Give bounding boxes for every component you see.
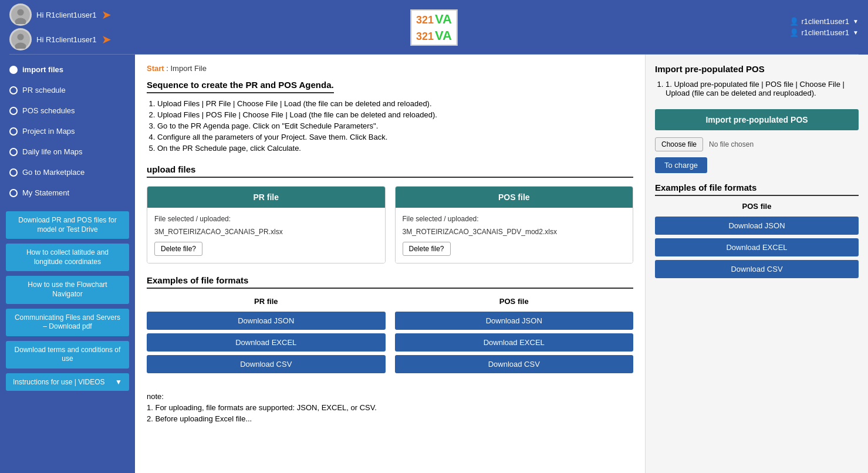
sequence-section: Sequence to create the PR and POS Agenda… bbox=[147, 80, 633, 164]
sidebar-item-import-files[interactable]: import files bbox=[0, 59, 135, 80]
pr-file-label: File selected / uploaded: bbox=[154, 215, 378, 223]
examples-title: Examples of file formats bbox=[147, 275, 633, 289]
pr-delete-btn[interactable]: Delete file? bbox=[154, 242, 202, 256]
btn-terms[interactable]: Download terms and conditions of use bbox=[6, 341, 129, 369]
nav-circle-7 bbox=[9, 189, 18, 197]
user-greeting-2: Hi R1client1user1 bbox=[36, 35, 97, 44]
username-display-2[interactable]: r1client1user1 bbox=[801, 28, 849, 37]
to-charge-btn[interactable]: To charge bbox=[655, 157, 707, 173]
svg-point-4 bbox=[17, 33, 23, 40]
caret-videos: ▼ bbox=[115, 378, 122, 386]
upload-title: upload files bbox=[147, 164, 633, 178]
right-pos-subtitle: POS file bbox=[655, 202, 859, 211]
nav-circle-1 bbox=[9, 66, 18, 74]
pos-delete-btn[interactable]: Delete file? bbox=[403, 242, 451, 256]
step-4: Configure all the parameters of your Pro… bbox=[157, 133, 633, 141]
breadcrumb-current: Import File bbox=[170, 64, 206, 73]
nav-circle-6 bbox=[9, 168, 18, 177]
main-content: Start : Import File Sequence to create t… bbox=[135, 55, 645, 473]
pr-download-csv[interactable]: Download CSV bbox=[147, 355, 386, 373]
logo-va: VA bbox=[435, 12, 452, 27]
sidebar-label-pos-schedules: POS schedules bbox=[22, 106, 75, 115]
user-icon-1: 👤 bbox=[789, 17, 799, 26]
logo: 321 VA 321 VA bbox=[410, 9, 458, 46]
step-1: Upload Files | PR File | Choose File | L… bbox=[157, 99, 633, 108]
sidebar: import files PR schedule POS schedules P… bbox=[0, 55, 135, 473]
logo-321: 321 bbox=[416, 14, 434, 26]
pr-examples-card: PR file Download JSON Download EXCEL Dow… bbox=[147, 297, 386, 377]
breadcrumb: Start : Import File bbox=[147, 64, 633, 73]
pr-examples-subtitle: PR file bbox=[147, 297, 386, 306]
right-instructions-list: 1. Upload pre-populated file | POS file … bbox=[655, 80, 859, 97]
sidebar-item-project-maps[interactable]: Project in Maps bbox=[0, 121, 135, 141]
pr-upload-card: PR file File selected / uploaded: 3M_ROT… bbox=[147, 186, 386, 263]
pos-download-json[interactable]: Download JSON bbox=[395, 312, 634, 330]
step-5: On the PR Schedule page, click Calculate… bbox=[157, 144, 633, 153]
right-pos-download-csv[interactable]: Download CSV bbox=[655, 260, 859, 278]
sidebar-item-marketplace[interactable]: Go to Marketplace bbox=[0, 162, 135, 183]
examples-cards: PR file Download JSON Download EXCEL Dow… bbox=[147, 297, 633, 377]
nav-circle-5 bbox=[9, 148, 18, 156]
right-examples-title: Examples of file formats bbox=[655, 183, 859, 196]
btn-download-pr-pos[interactable]: Download PR and POS files for model or T… bbox=[6, 211, 129, 239]
arrow-icon-1: ➤ bbox=[102, 8, 112, 22]
right-pos-download-excel[interactable]: Download EXCEL bbox=[655, 238, 859, 256]
right-pos-download-json[interactable]: Download JSON bbox=[655, 217, 859, 235]
pr-download-json[interactable]: Download JSON bbox=[147, 312, 386, 330]
sidebar-item-pos-schedules[interactable]: POS schedules bbox=[0, 100, 135, 121]
btn-how-to-collect[interactable]: How to collect latitude and longitude co… bbox=[6, 244, 129, 271]
header-right: 👤 r1client1user1 ▼ 👤 r1client1user1 ▼ bbox=[789, 17, 859, 37]
note-1: 1. For uploading, file formats are suppo… bbox=[147, 403, 633, 412]
caret-2: ▼ bbox=[853, 29, 859, 36]
no-file-text: No file chosen bbox=[709, 140, 754, 148]
header-left-users: Hi R1client1user1 ➤ Hi R1client1user1 ➤ bbox=[9, 4, 112, 50]
pos-upload-card: POS file File selected / uploaded: 3M_RO… bbox=[395, 186, 634, 263]
avatar-2 bbox=[9, 28, 32, 50]
pos-examples-card: POS file Download JSON Download EXCEL Do… bbox=[395, 297, 634, 377]
btn-communicating[interactable]: Communicating Files and Servers – Downlo… bbox=[6, 309, 129, 336]
pos-download-csv[interactable]: Download CSV bbox=[395, 355, 634, 373]
username-display-1[interactable]: r1client1user1 bbox=[801, 17, 849, 26]
nav-circle-2 bbox=[9, 86, 18, 94]
pos-examples-subtitle: POS file bbox=[395, 297, 634, 306]
step-2: Upload Files | POS File | Choose File | … bbox=[157, 110, 633, 119]
pos-card-header: POS file bbox=[396, 187, 633, 208]
choose-file-row: Choose file No file chosen bbox=[655, 137, 859, 151]
sidebar-label-daily-life: Daily life on Maps bbox=[22, 147, 83, 156]
sidebar-label-import-files: import files bbox=[22, 65, 63, 74]
sequence-title: Sequence to create the PR and POS Agenda… bbox=[147, 80, 334, 93]
user-greeting-1: Hi R1client1user1 bbox=[36, 11, 97, 19]
sidebar-label-pr-schedule: PR schedule bbox=[22, 86, 66, 94]
pr-card-header: PR file bbox=[147, 187, 385, 208]
caret-1: ▼ bbox=[853, 18, 859, 25]
pos-file-label: File selected / uploaded: bbox=[403, 215, 626, 223]
upload-cards: PR file File selected / uploaded: 3M_ROT… bbox=[147, 186, 633, 263]
top-header: Hi R1client1user1 ➤ Hi R1client1user1 ➤ bbox=[0, 0, 868, 55]
pos-download-excel[interactable]: Download EXCEL bbox=[395, 333, 634, 352]
sidebar-item-pr-schedule[interactable]: PR schedule bbox=[0, 80, 135, 100]
sidebar-item-daily-life[interactable]: Daily life on Maps bbox=[0, 141, 135, 162]
pr-file-name: 3M_ROTEIRIZACAO_3CANAIS_PR.xlsx bbox=[154, 228, 378, 236]
breadcrumb-start: Start bbox=[147, 64, 164, 73]
notes-section: note: 1. For uploading, file formats are… bbox=[147, 392, 633, 425]
right-import-btn[interactable]: Import pre-populated POS bbox=[655, 109, 859, 130]
notes-title: note: bbox=[147, 392, 633, 401]
user-icon-2: 👤 bbox=[789, 28, 799, 37]
btn-flowchart[interactable]: How to use the Flowchart Navigator bbox=[6, 276, 129, 303]
sidebar-label-project-maps: Project in Maps bbox=[22, 127, 75, 136]
sidebar-label-my-statement: My Statement bbox=[22, 188, 69, 197]
sidebar-item-my-statement[interactable]: My Statement bbox=[0, 183, 135, 203]
avatar-1 bbox=[9, 4, 32, 26]
arrow-icon-2: ➤ bbox=[102, 32, 112, 46]
btn-videos[interactable]: Instructions for use | VIDEOS ▼ bbox=[6, 373, 129, 391]
right-panel: Import pre-populated POS 1. Upload pre-p… bbox=[645, 55, 868, 473]
nav-circle-4 bbox=[9, 127, 18, 136]
note-2: 2. Before uploading Excel file... bbox=[147, 414, 633, 423]
pos-file-name: 3M_ROTEIRIZACAO_3CANAIS_PDV_mod2.xlsx bbox=[403, 228, 626, 236]
pr-download-excel[interactable]: Download EXCEL bbox=[147, 333, 386, 352]
right-instruction-1: 1. Upload pre-populated file | POS file … bbox=[666, 80, 859, 97]
nav-circle-3 bbox=[9, 107, 18, 115]
choose-file-btn[interactable]: Choose file bbox=[655, 137, 703, 151]
step-3: Go to the PR Agenda page. Click on "Edit… bbox=[157, 121, 633, 130]
svg-point-1 bbox=[17, 9, 23, 15]
